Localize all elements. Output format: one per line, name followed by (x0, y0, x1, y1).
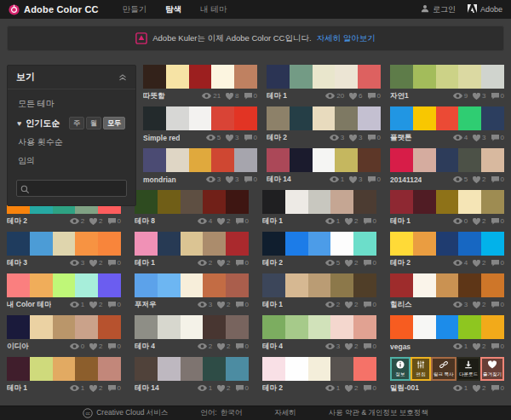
color-swatch[interactable] (353, 190, 376, 214)
color-swatch[interactable] (226, 273, 249, 297)
color-swatch[interactable] (203, 190, 226, 214)
color-swatch[interactable] (436, 106, 459, 130)
color-swatch[interactable] (308, 232, 331, 256)
color-swatch[interactable] (30, 315, 53, 339)
palette-tile[interactable]: 테마 2120 (262, 357, 376, 393)
color-swatch[interactable] (262, 232, 285, 256)
color-swatch[interactable] (98, 315, 121, 339)
creative-cloud-link[interactable]: cc Creative Cloud 서비스 (83, 408, 168, 418)
color-swatch[interactable] (75, 357, 98, 381)
color-swatch[interactable] (143, 148, 166, 172)
color-swatch[interactable] (413, 315, 436, 339)
color-swatch[interactable] (290, 65, 313, 89)
color-swatch[interactable] (30, 357, 53, 381)
palette-tile[interactable]: 테마 1120 (262, 190, 376, 226)
color-swatch[interactable] (135, 357, 158, 381)
color-swatch[interactable] (436, 315, 459, 339)
color-swatch[interactable] (7, 232, 30, 256)
color-swatch[interactable] (330, 190, 353, 214)
color-swatch[interactable] (203, 273, 226, 297)
link-action-button[interactable]: 링크 복사 (431, 357, 456, 381)
palette-tile[interactable]: mondrian330 (143, 148, 257, 184)
terms-privacy-link[interactable]: 사용 약관 & 개인정보 보호정책 (329, 408, 428, 418)
color-swatch[interactable] (330, 315, 353, 339)
color-swatch[interactable] (234, 65, 257, 89)
palette-tile[interactable]: 테마 2520 (262, 232, 376, 268)
color-swatch[interactable] (181, 357, 204, 381)
nav-item-2[interactable]: 내 테마 (200, 4, 227, 15)
palette-tile[interactable]: 테마 1220 (135, 232, 249, 268)
palette-tile[interactable]: 테마 1020 (390, 190, 504, 226)
palette-tile[interactable]: 플랫톤430 (390, 106, 504, 142)
color-swatch[interactable] (75, 273, 98, 297)
color-swatch[interactable] (413, 232, 436, 256)
color-swatch[interactable] (353, 357, 376, 381)
color-swatch[interactable] (158, 232, 181, 256)
color-swatch[interactable] (481, 190, 504, 214)
color-swatch[interactable] (436, 273, 459, 297)
color-swatch[interactable] (158, 273, 181, 297)
palette-tile[interactable]: 테마 4220 (135, 315, 249, 351)
color-swatch[interactable] (436, 232, 459, 256)
color-swatch[interactable] (181, 232, 204, 256)
color-swatch[interactable] (308, 315, 331, 339)
palette-tile[interactable]: vegas120 (390, 315, 504, 351)
color-swatch[interactable] (413, 273, 436, 297)
color-swatch[interactable] (75, 232, 98, 256)
color-swatch[interactable] (458, 106, 481, 130)
color-swatch[interactable] (7, 357, 30, 381)
palette-tile[interactable]: 테마 1120 (7, 357, 121, 393)
palette-tile[interactable]: 내 Color 테마120 (7, 273, 121, 309)
color-swatch[interactable] (267, 148, 290, 172)
adobe-link[interactable]: Adobe (468, 4, 502, 14)
color-swatch[interactable] (285, 232, 308, 256)
color-swatch[interactable] (390, 190, 413, 214)
palette-tile[interactable]: 테마 12060 (267, 65, 381, 101)
color-swatch[interactable] (234, 106, 257, 130)
color-swatch[interactable] (211, 148, 234, 172)
color-swatch[interactable] (158, 315, 181, 339)
color-swatch[interactable] (203, 357, 226, 381)
color-swatch[interactable] (481, 315, 504, 339)
nav-item-0[interactable]: 만들기 (123, 4, 147, 15)
color-swatch[interactable] (7, 315, 30, 339)
color-swatch[interactable] (413, 65, 436, 89)
color-swatch[interactable] (458, 273, 481, 297)
color-swatch[interactable] (436, 190, 459, 214)
color-swatch[interactable] (7, 273, 30, 297)
color-swatch[interactable] (143, 65, 166, 89)
palette-tile[interactable]: Simple red530 (143, 106, 257, 142)
time-filter-1[interactable]: 월 (86, 117, 101, 129)
color-swatch[interactable] (285, 315, 308, 339)
color-swatch[interactable] (335, 148, 358, 172)
heart-action-button[interactable]: 즐겨찾기 (480, 357, 504, 381)
color-swatch[interactable] (390, 273, 413, 297)
color-swatch[interactable] (30, 273, 53, 297)
color-swatch[interactable] (290, 148, 313, 172)
color-swatch[interactable] (390, 232, 413, 256)
color-swatch[interactable] (98, 357, 121, 381)
color-swatch[interactable] (390, 65, 413, 89)
color-swatch[interactable] (390, 315, 413, 339)
color-swatch[interactable] (267, 65, 290, 89)
palette-tile[interactable]: 테마 14130 (267, 148, 381, 184)
color-swatch[interactable] (390, 148, 413, 172)
color-swatch[interactable] (135, 190, 158, 214)
color-swatch[interactable] (308, 357, 331, 381)
color-swatch[interactable] (135, 315, 158, 339)
sidebar-item-1[interactable]: ♥인기도순주월모두 (8, 113, 135, 133)
color-swatch[interactable] (226, 315, 249, 339)
sidebar-item-3[interactable]: 임의 (8, 152, 135, 170)
color-swatch[interactable] (181, 190, 204, 214)
color-swatch[interactable] (481, 106, 504, 130)
palette-tile[interactable]: 테마 2330 (267, 106, 381, 142)
palette-tile[interactable]: 따뜻함2180 (143, 65, 257, 101)
color-swatch[interactable] (234, 148, 257, 172)
login-button[interactable]: 로그인 (421, 4, 456, 15)
color-swatch[interactable] (436, 148, 459, 172)
color-swatch[interactable] (308, 273, 331, 297)
color-swatch[interactable] (481, 65, 504, 89)
color-swatch[interactable] (458, 65, 481, 89)
language-value-link[interactable]: 한국어 (221, 408, 243, 418)
color-swatch[interactable] (330, 232, 353, 256)
